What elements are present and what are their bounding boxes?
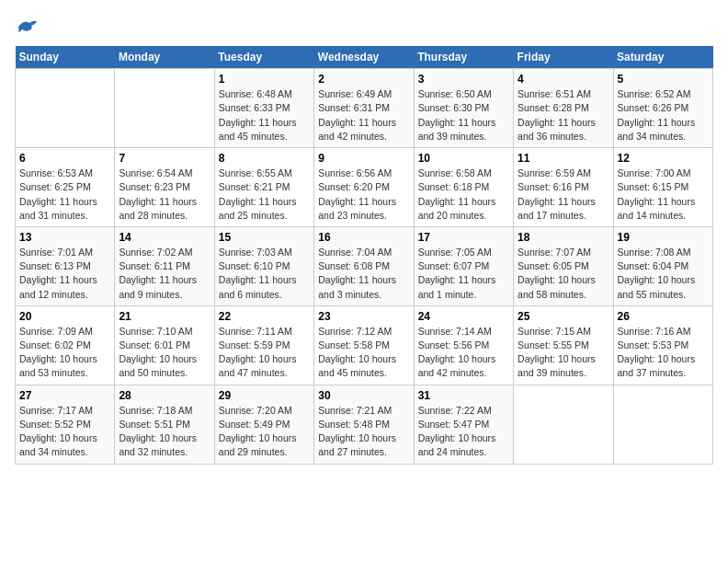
- calendar-cell: 9Sunrise: 6:56 AM Sunset: 6:20 PM Daylig…: [314, 148, 414, 227]
- calendar-cell: [115, 69, 214, 148]
- day-number: 6: [19, 152, 110, 165]
- day-number: 12: [618, 152, 709, 165]
- calendar-cell: 8Sunrise: 6:55 AM Sunset: 6:21 PM Daylig…: [214, 148, 313, 227]
- calendar-cell: 15Sunrise: 7:03 AM Sunset: 6:10 PM Dayli…: [214, 226, 313, 305]
- calendar-cell: 23Sunrise: 7:12 AM Sunset: 5:58 PM Dayli…: [314, 305, 414, 385]
- calendar-cell: 25Sunrise: 7:15 AM Sunset: 5:55 PM Dayli…: [514, 305, 613, 385]
- calendar-cell: 31Sunrise: 7:22 AM Sunset: 5:47 PM Dayli…: [414, 385, 513, 464]
- day-info: Sunrise: 7:18 AM Sunset: 5:51 PM Dayligh…: [119, 404, 210, 460]
- day-info: Sunrise: 7:05 AM Sunset: 6:07 PM Dayligh…: [418, 246, 509, 302]
- day-number: 23: [318, 310, 409, 323]
- calendar-cell: 5Sunrise: 6:52 AM Sunset: 6:26 PM Daylig…: [613, 69, 712, 148]
- calendar-cell: [514, 385, 613, 464]
- day-number: 15: [219, 231, 310, 244]
- day-info: Sunrise: 7:08 AM Sunset: 6:04 PM Dayligh…: [618, 246, 709, 302]
- calendar-cell: 22Sunrise: 7:11 AM Sunset: 5:59 PM Dayli…: [214, 305, 313, 385]
- calendar-cell: 11Sunrise: 6:59 AM Sunset: 6:16 PM Dayli…: [514, 148, 613, 227]
- day-number: 22: [219, 310, 310, 323]
- day-of-week-wednesday: Wednesday: [314, 46, 414, 69]
- day-number: 11: [518, 152, 609, 165]
- day-number: 8: [219, 152, 310, 165]
- calendar-cell: 6Sunrise: 6:53 AM Sunset: 6:25 PM Daylig…: [16, 148, 115, 227]
- calendar-cell: 3Sunrise: 6:50 AM Sunset: 6:30 PM Daylig…: [414, 69, 513, 148]
- calendar-cell: 14Sunrise: 7:02 AM Sunset: 6:11 PM Dayli…: [115, 226, 214, 305]
- day-info: Sunrise: 7:00 AM Sunset: 6:15 PM Dayligh…: [618, 167, 709, 223]
- day-of-week-tuesday: Tuesday: [214, 46, 313, 69]
- day-info: Sunrise: 7:16 AM Sunset: 5:53 PM Dayligh…: [618, 325, 709, 381]
- calendar-cell: [613, 385, 712, 464]
- day-info: Sunrise: 7:07 AM Sunset: 6:05 PM Dayligh…: [518, 246, 609, 302]
- calendar-cell: 4Sunrise: 6:51 AM Sunset: 6:28 PM Daylig…: [514, 69, 613, 148]
- day-info: Sunrise: 7:11 AM Sunset: 5:59 PM Dayligh…: [219, 325, 310, 381]
- calendar-cell: 29Sunrise: 7:20 AM Sunset: 5:49 PM Dayli…: [214, 385, 313, 464]
- day-info: Sunrise: 7:04 AM Sunset: 6:08 PM Dayligh…: [318, 246, 409, 302]
- calendar-cell: 27Sunrise: 7:17 AM Sunset: 5:52 PM Dayli…: [16, 385, 115, 464]
- day-info: Sunrise: 6:56 AM Sunset: 6:20 PM Dayligh…: [318, 167, 409, 223]
- day-info: Sunrise: 6:51 AM Sunset: 6:28 PM Dayligh…: [518, 87, 609, 144]
- day-info: Sunrise: 6:53 AM Sunset: 6:25 PM Dayligh…: [19, 167, 110, 223]
- day-number: 31: [418, 389, 509, 402]
- day-of-week-thursday: Thursday: [414, 46, 513, 69]
- day-number: 14: [119, 231, 210, 244]
- calendar-cell: 7Sunrise: 6:54 AM Sunset: 6:23 PM Daylig…: [115, 148, 214, 227]
- day-number: 13: [19, 231, 110, 244]
- day-number: 19: [618, 231, 709, 244]
- calendar-cell: 17Sunrise: 7:05 AM Sunset: 6:07 PM Dayli…: [414, 226, 513, 305]
- day-of-week-sunday: Sunday: [16, 46, 115, 69]
- logo: [15, 15, 37, 37]
- calendar-cell: 26Sunrise: 7:16 AM Sunset: 5:53 PM Dayli…: [613, 305, 712, 385]
- calendar-cell: 28Sunrise: 7:18 AM Sunset: 5:51 PM Dayli…: [115, 385, 214, 464]
- day-number: 10: [418, 152, 509, 165]
- day-info: Sunrise: 6:59 AM Sunset: 6:16 PM Dayligh…: [518, 167, 609, 223]
- day-number: 20: [19, 310, 110, 323]
- day-number: 29: [219, 389, 310, 402]
- day-number: 21: [119, 310, 210, 323]
- calendar-cell: 20Sunrise: 7:09 AM Sunset: 6:02 PM Dayli…: [16, 305, 115, 385]
- calendar-cell: 1Sunrise: 6:48 AM Sunset: 6:33 PM Daylig…: [214, 69, 313, 148]
- calendar-cell: 16Sunrise: 7:04 AM Sunset: 6:08 PM Dayli…: [314, 226, 414, 305]
- day-of-week-monday: Monday: [115, 46, 214, 69]
- page-header: [15, 15, 713, 37]
- calendar-table: SundayMondayTuesdayWednesdayThursdayFrid…: [15, 46, 713, 464]
- day-number: 24: [418, 310, 509, 323]
- calendar-cell: 12Sunrise: 7:00 AM Sunset: 6:15 PM Dayli…: [613, 148, 712, 227]
- day-info: Sunrise: 6:55 AM Sunset: 6:21 PM Dayligh…: [219, 167, 310, 223]
- day-info: Sunrise: 7:10 AM Sunset: 6:01 PM Dayligh…: [119, 325, 210, 381]
- day-number: 27: [19, 389, 110, 402]
- day-number: 17: [418, 231, 509, 244]
- day-info: Sunrise: 7:14 AM Sunset: 5:56 PM Dayligh…: [418, 325, 509, 381]
- calendar-cell: 18Sunrise: 7:07 AM Sunset: 6:05 PM Dayli…: [514, 226, 613, 305]
- day-info: Sunrise: 7:22 AM Sunset: 5:47 PM Dayligh…: [418, 404, 509, 460]
- day-number: 25: [518, 310, 609, 323]
- day-number: 2: [318, 73, 409, 86]
- day-number: 16: [318, 231, 409, 244]
- day-info: Sunrise: 7:12 AM Sunset: 5:58 PM Dayligh…: [318, 325, 409, 381]
- day-info: Sunrise: 6:48 AM Sunset: 6:33 PM Dayligh…: [219, 87, 310, 144]
- day-info: Sunrise: 6:49 AM Sunset: 6:31 PM Dayligh…: [318, 87, 409, 144]
- calendar-cell: 13Sunrise: 7:01 AM Sunset: 6:13 PM Dayli…: [16, 226, 115, 305]
- calendar-cell: 30Sunrise: 7:21 AM Sunset: 5:48 PM Dayli…: [314, 385, 414, 464]
- day-number: 5: [618, 73, 709, 86]
- day-number: 18: [518, 231, 609, 244]
- day-number: 1: [219, 73, 310, 86]
- day-info: Sunrise: 6:52 AM Sunset: 6:26 PM Dayligh…: [618, 87, 709, 144]
- day-info: Sunrise: 7:17 AM Sunset: 5:52 PM Dayligh…: [19, 404, 110, 460]
- day-of-week-friday: Friday: [514, 46, 613, 69]
- day-number: 28: [119, 389, 210, 402]
- day-number: 3: [418, 73, 509, 86]
- day-info: Sunrise: 7:15 AM Sunset: 5:55 PM Dayligh…: [518, 325, 609, 381]
- day-of-week-saturday: Saturday: [613, 46, 712, 69]
- day-number: 26: [618, 310, 709, 323]
- day-info: Sunrise: 7:20 AM Sunset: 5:49 PM Dayligh…: [219, 404, 310, 460]
- calendar-cell: [16, 69, 115, 148]
- day-info: Sunrise: 6:54 AM Sunset: 6:23 PM Dayligh…: [119, 167, 210, 223]
- calendar-cell: 19Sunrise: 7:08 AM Sunset: 6:04 PM Dayli…: [613, 226, 712, 305]
- day-number: 7: [119, 152, 210, 165]
- day-info: Sunrise: 7:02 AM Sunset: 6:11 PM Dayligh…: [119, 246, 210, 302]
- calendar-cell: 21Sunrise: 7:10 AM Sunset: 6:01 PM Dayli…: [115, 305, 214, 385]
- day-info: Sunrise: 7:03 AM Sunset: 6:10 PM Dayligh…: [219, 246, 310, 302]
- day-number: 4: [518, 73, 609, 86]
- day-info: Sunrise: 6:58 AM Sunset: 6:18 PM Dayligh…: [418, 167, 509, 223]
- day-info: Sunrise: 7:01 AM Sunset: 6:13 PM Dayligh…: [19, 246, 110, 302]
- calendar-cell: 10Sunrise: 6:58 AM Sunset: 6:18 PM Dayli…: [414, 148, 513, 227]
